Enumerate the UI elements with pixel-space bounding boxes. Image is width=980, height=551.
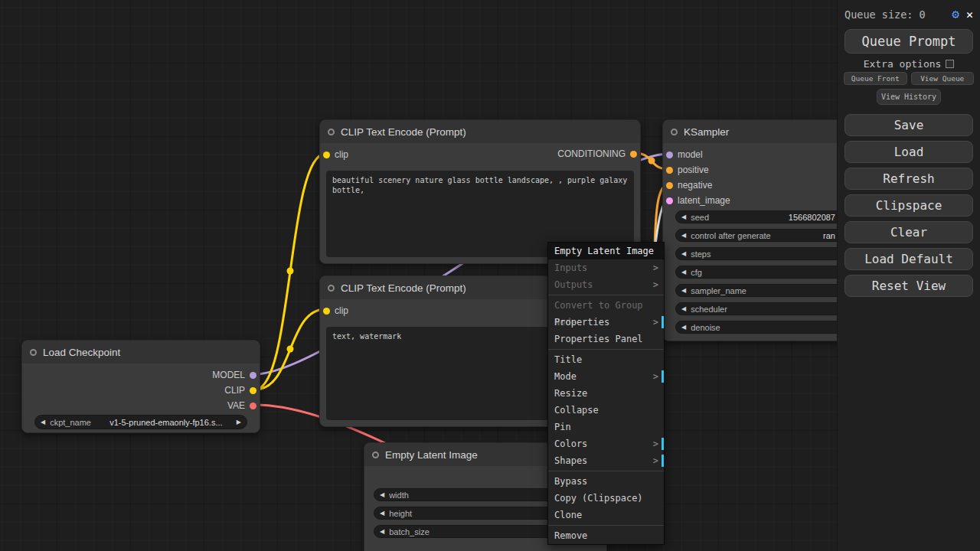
vae-output-slot[interactable] xyxy=(250,403,256,409)
menu-item-resize[interactable]: Resize xyxy=(548,385,664,402)
collapse-dot-icon[interactable] xyxy=(328,285,335,292)
menu-item-copy-clipspace[interactable]: Copy (Clipspace) xyxy=(548,490,664,507)
comfy-menu-panel: Queue size: 0 ⚙ ✕ Queue Prompt Extra opt… xyxy=(837,0,980,551)
collapse-dot-icon[interactable] xyxy=(30,349,37,356)
seed-widget[interactable]: ◀ seed 1566802087 xyxy=(675,210,854,223)
ckpt-name-widget[interactable]: ◀ ckpt_name v1-5-pruned-emaonly-fp16.s..… xyxy=(34,415,247,429)
clip-input-slot[interactable] xyxy=(323,152,330,158)
widget-prev-icon[interactable]: ◀ xyxy=(681,324,686,331)
clip-output-slot[interactable] xyxy=(250,387,256,394)
output-label-conditioning: CONDITIONING xyxy=(557,148,626,159)
node-title: Load Checkpoint xyxy=(43,347,120,358)
load-button[interactable]: Load xyxy=(844,141,973,163)
collapse-dot-icon[interactable] xyxy=(328,129,335,135)
input-label-negative: negative xyxy=(678,180,712,191)
menu-item-remove[interactable]: Remove xyxy=(548,527,664,544)
close-icon[interactable]: ✕ xyxy=(966,8,973,21)
settings-gear-icon[interactable]: ⚙ xyxy=(952,7,959,21)
refresh-button[interactable]: Refresh xyxy=(844,168,973,190)
menu-item-colors[interactable]: Colors > xyxy=(548,435,664,452)
widget-next-icon[interactable]: ▶ xyxy=(237,419,241,425)
reset-view-button[interactable]: Reset View xyxy=(844,275,973,297)
clip-input-slot[interactable] xyxy=(323,308,330,315)
view-queue-button[interactable]: View Queue xyxy=(911,72,975,85)
menu-item-mode[interactable]: Mode > xyxy=(548,368,664,385)
menu-item-inputs[interactable]: Inputs > xyxy=(548,259,664,276)
submenu-arrow-icon: > xyxy=(653,276,658,293)
load-default-button[interactable]: Load Default xyxy=(844,248,973,270)
menu-item-label: Colors xyxy=(554,439,587,449)
node-title-bar[interactable]: KSampler xyxy=(663,120,864,143)
widget-label: denoise xyxy=(691,323,720,332)
menu-item-collapse[interactable]: Collapse xyxy=(548,402,664,419)
widget-label: width xyxy=(389,491,409,500)
menu-item-convert-to-group-node[interactable]: Convert to Group Node xyxy=(548,297,664,314)
submenu-arrow-icon: > xyxy=(653,314,658,331)
menu-item-title[interactable]: Title xyxy=(548,351,664,368)
node-title-bar[interactable]: Load Checkpoint xyxy=(22,341,260,364)
graph-canvas[interactable]: Load Checkpoint MODEL CLIP VAE ◀ ckpt_na… xyxy=(0,0,980,551)
extra-options-checkbox[interactable] xyxy=(946,60,954,68)
menu-item-label: Remove xyxy=(554,530,587,541)
menu-item-clone[interactable]: Clone xyxy=(548,507,664,523)
widget-prev-icon[interactable]: ◀ xyxy=(380,528,384,535)
context-menu: Empty Latent Image Inputs > Outputs > Co… xyxy=(547,242,665,545)
node-title-bar[interactable]: CLIP Text Encode (Prompt) xyxy=(320,120,640,143)
collapse-dot-icon[interactable] xyxy=(671,129,678,135)
widget-prev-icon[interactable]: ◀ xyxy=(681,250,686,257)
widget-prev-icon[interactable]: ◀ xyxy=(41,419,45,425)
widget-value: ran xyxy=(823,231,835,240)
menu-item-properties-panel[interactable]: Properties Panel xyxy=(548,331,664,347)
widget-prev-icon[interactable]: ◀ xyxy=(681,305,686,312)
scheduler-widget[interactable]: ◀ scheduler xyxy=(675,302,854,315)
node-title: CLIP Text Encode (Prompt) xyxy=(341,282,466,294)
widget-prev-icon[interactable]: ◀ xyxy=(681,214,686,220)
widget-prev-icon[interactable]: ◀ xyxy=(681,232,686,239)
view-history-button[interactable]: View History xyxy=(877,89,941,105)
node-ksampler[interactable]: KSampler model positive negative latent_… xyxy=(662,119,865,341)
menu-item-label: Shapes xyxy=(554,455,587,466)
widget-value: v1-5-pruned-emaonly-fp16.s... xyxy=(96,418,237,427)
menu-item-bypass[interactable]: Bypass xyxy=(548,473,664,490)
collapse-dot-icon[interactable] xyxy=(372,452,379,458)
menu-separator xyxy=(548,525,664,526)
widget-prev-icon[interactable]: ◀ xyxy=(380,491,384,498)
menu-item-label: Clone xyxy=(554,510,582,520)
widget-label: height xyxy=(389,509,412,518)
menu-item-label: Bypass xyxy=(554,476,587,487)
save-button[interactable]: Save xyxy=(844,114,973,136)
model-output-slot[interactable] xyxy=(250,372,256,379)
latent-image-input-slot[interactable] xyxy=(666,197,673,204)
menu-item-label: Properties Panel xyxy=(554,334,643,344)
negative-input-slot[interactable] xyxy=(666,182,673,189)
menu-item-pin[interactable]: Pin xyxy=(548,419,664,435)
steps-widget[interactable]: ◀ steps xyxy=(675,247,854,260)
control-after-generate-widget[interactable]: ◀ control after generate ran xyxy=(675,229,854,242)
menu-item-label: Copy (Clipspace) xyxy=(554,493,643,504)
widget-prev-icon[interactable]: ◀ xyxy=(681,287,686,294)
widget-label: steps xyxy=(691,249,710,259)
node-load-checkpoint[interactable]: Load Checkpoint MODEL CLIP VAE ◀ ckpt_na… xyxy=(21,340,260,433)
clear-button[interactable]: Clear xyxy=(844,221,973,243)
cfg-widget[interactable]: ◀ cfg xyxy=(675,266,854,279)
conditioning-output-slot[interactable] xyxy=(630,151,637,158)
menu-item-label: Properties xyxy=(554,317,609,328)
positive-input-slot[interactable] xyxy=(666,167,673,174)
input-label-latent-image: latent_image xyxy=(678,195,730,206)
widget-prev-icon[interactable]: ◀ xyxy=(380,510,384,517)
queue-front-button[interactable]: Queue Front xyxy=(844,72,907,85)
clipspace-button[interactable]: Clipspace xyxy=(844,194,973,217)
submenu-arrow-icon: > xyxy=(653,435,658,452)
menu-item-label: Mode xyxy=(554,371,577,382)
sampler-name-widget[interactable]: ◀ sampler_name xyxy=(675,284,854,297)
widget-label: cfg xyxy=(691,268,702,277)
queue-prompt-button[interactable]: Queue Prompt xyxy=(844,29,973,54)
menu-item-properties[interactable]: Properties > xyxy=(548,314,664,331)
menu-item-shapes[interactable]: Shapes > xyxy=(548,452,664,469)
submenu-arrow-icon: > xyxy=(653,452,658,469)
menu-item-outputs[interactable]: Outputs > xyxy=(548,276,664,293)
denoise-widget[interactable]: ◀ denoise xyxy=(675,321,854,334)
model-input-slot[interactable] xyxy=(666,152,673,158)
input-label-clip: clip xyxy=(335,149,348,160)
widget-prev-icon[interactable]: ◀ xyxy=(681,269,686,276)
